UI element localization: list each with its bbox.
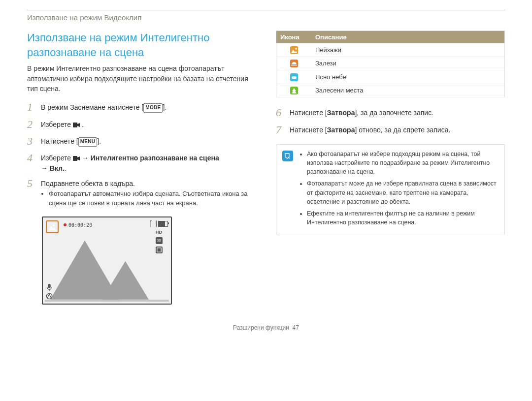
step-body: Подравнете обекта в кадъра. Фотоапаратът… [41,177,256,213]
footer: Разширени функции 47 [27,324,505,331]
scene-icon-table: Икона Описание Пейзажи Залези [276,31,505,97]
page-number: 47 [293,324,299,331]
step-body: Натиснете [MENU]. [41,135,101,148]
recording-indicator: 00:00:20 [64,222,92,228]
steps-list-right: 6 Натиснете [Затвора], за да започнете з… [276,106,505,136]
table-header-icon: Икона [276,31,312,44]
svg-point-2 [53,224,55,226]
table-cell: Ясно небе [311,70,505,84]
lcd-preview: 00:00:20 HD 30 [42,216,172,305]
svg-point-11 [292,76,294,78]
is-icon [156,247,163,253]
video-mode-icon [73,154,80,158]
svg-rect-5 [48,284,51,288]
svg-rect-9 [291,65,297,65]
content-columns: Използване на режим Интелигентно разпозн… [27,31,505,305]
battery-icon [158,221,168,227]
info-list: Ако фотоапаратът не избере подходящ режи… [299,150,499,230]
footer-label: Разширени функции [233,324,289,331]
recording-time: 00:00:20 [68,222,92,228]
breadcrumb-text: Използване на режим Видеоклип [27,13,141,22]
menu-button-label: MENU [78,137,98,147]
step-3: 3 Натиснете [MENU]. [27,135,256,148]
step-4: 4 Изберете → Интелигентно разпознаване н… [27,152,256,173]
video-mode-icon [73,120,80,125]
left-column: Използване на режим Интелигентно разпозн… [27,31,256,305]
step-number: 3 [27,135,41,148]
hd-label: HD [156,230,162,235]
card-icon [150,220,157,227]
mic-icon [46,284,53,291]
svg-point-12 [295,76,297,78]
stabilization-icon [46,293,53,300]
sunset-icon [290,60,298,67]
svg-rect-0 [73,123,77,127]
step-1: 1 В режим Заснемане натиснете [MODE]. [27,101,256,114]
step-number: 1 [27,101,41,114]
step-number: 6 [276,106,290,119]
step-6: 6 Натиснете [Затвора], за да започнете з… [276,106,505,119]
step-7: 7 Натиснете [Затвора] отново, за да спре… [276,123,505,136]
info-list-item: Ефектите на интелигентен филтър не са на… [307,209,499,227]
scene-landscape-icon [46,220,59,233]
svg-rect-4 [157,248,161,252]
svg-rect-3 [150,220,156,227]
table-row: Пейзажи [276,43,505,57]
step-body: Натиснете [Затвора] отново, за да спрете… [290,123,450,136]
svg-rect-1 [73,156,77,161]
ground-line [45,300,169,302]
svg-point-8 [295,48,297,50]
breadcrumb: Използване на режим Видеоклип [27,10,505,31]
table-row: Залесени места [276,84,505,97]
sky-icon [290,73,298,81]
step-number: 7 [276,123,290,136]
step-2: 2 Изберете . [27,118,256,131]
table-cell: Пейзажи [311,43,505,57]
step-body: Изберете . [41,118,84,131]
step-body: Натиснете [Затвора], за да започнете зап… [290,106,433,119]
step-5-sub-bullet: Фотоапаратът автоматично избира сцената.… [49,189,256,207]
table-header-desc: Описание [311,31,505,44]
info-list-item: Фотоапаратът може да не избере правилнат… [307,179,499,206]
mode-button-label: MODE [143,103,163,113]
table-cell: Залесени места [311,84,505,97]
info-note-box: Ако фотоапаратът не избере подходящ режи… [276,144,505,235]
table-row: Ясно небе [276,70,505,84]
steps-list-left: 1 В режим Заснемане натиснете [MODE]. 2 … [27,101,256,212]
fps-icon: 30 [156,237,163,244]
intro-paragraph: В режим Интелигентно разпознаване на сце… [27,63,256,93]
step-body: Изберете → Интелигентно разпознаване на … [41,152,219,173]
step-number: 5 [27,177,41,213]
section-title: Използване на режим Интелигентно разпозн… [27,31,256,60]
step-body: В режим Заснемане натиснете [MODE]. [41,101,166,114]
lcd-left-icons [46,284,53,300]
note-icon [282,151,293,161]
table-cell: Залези [311,57,505,70]
landscape-icon [290,46,298,54]
table-row: Залези [276,57,505,70]
lcd-right-icons: HD 30 [150,220,168,253]
info-list-item: Ако фотоапаратът не избере подходящ режи… [307,150,499,176]
step-number: 2 [27,118,41,131]
right-column: Икона Описание Пейзажи Залези [276,31,505,305]
forest-icon [290,87,298,94]
step-number: 4 [27,152,41,173]
step-5: 5 Подравнете обекта в кадъра. Фотоапарат… [27,177,256,213]
record-dot-icon [64,223,66,226]
